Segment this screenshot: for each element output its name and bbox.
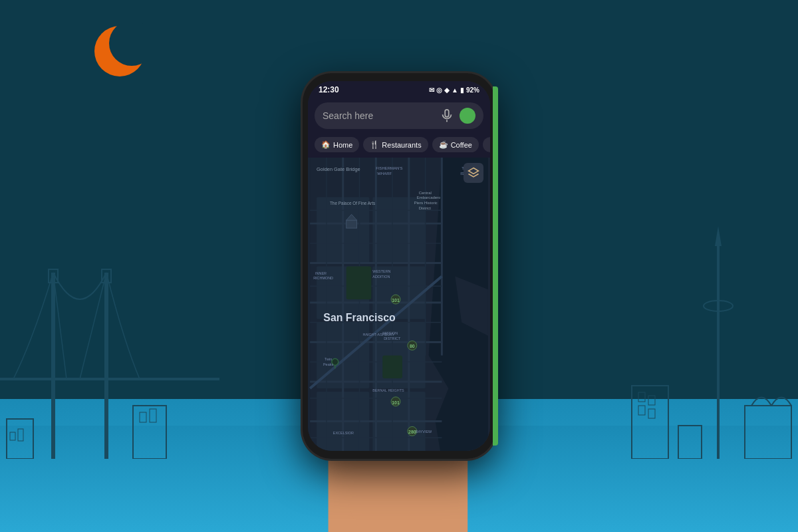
email-status-icon: ✉ xyxy=(429,86,434,94)
search-placeholder: Search here xyxy=(323,110,434,121)
svg-text:FISHERMAN'S: FISHERMAN'S xyxy=(376,166,402,170)
svg-text:DISTRICT: DISTRICT xyxy=(384,336,401,340)
pill-home-label: Home xyxy=(333,141,352,149)
location-status-icon: ◎ xyxy=(436,86,442,94)
status-icons: ✉ ◎ ◆ ▲ ▮ 92% xyxy=(429,86,479,94)
svg-rect-5 xyxy=(7,419,33,459)
search-bar[interactable]: Search here xyxy=(315,102,483,129)
svg-text:MISSION: MISSION xyxy=(382,331,398,335)
svg-text:ADDITION: ADDITION xyxy=(372,275,390,279)
svg-text:San Francisco: San Francisco xyxy=(323,312,396,323)
svg-rect-18 xyxy=(648,396,655,405)
phone-green-edge xyxy=(493,86,498,446)
skyline-right xyxy=(612,219,798,459)
skyline-left xyxy=(0,219,219,459)
svg-text:RICHMOND: RICHMOND xyxy=(313,276,333,280)
vpn-status-icon: ◆ xyxy=(444,86,450,94)
pill-home[interactable]: 🏠 Home xyxy=(315,137,359,152)
svg-text:80: 80 xyxy=(410,344,415,348)
svg-rect-16 xyxy=(632,386,668,459)
svg-rect-22 xyxy=(678,426,702,459)
svg-rect-56 xyxy=(346,267,372,300)
svg-rect-27 xyxy=(372,197,425,263)
phone-body: 12:30 ✉ ◎ ◆ ▲ ▮ 92% Search here xyxy=(303,73,495,459)
status-time: 12:30 xyxy=(319,85,339,94)
svg-rect-21 xyxy=(745,406,791,459)
coffee-pill-icon: ☕ xyxy=(439,140,448,149)
svg-text:EXCELSIOR: EXCELSIOR xyxy=(333,431,354,435)
svg-text:Embarcadero: Embarcadero xyxy=(417,196,441,200)
svg-rect-57 xyxy=(382,355,402,378)
map-area[interactable]: 101 80 101 280 Golden Gate xyxy=(308,158,490,451)
svg-text:WESTERN: WESTERN xyxy=(372,269,390,273)
map-svg: 101 80 101 280 Golden Gate xyxy=(308,158,490,451)
pill-restaurants-label: Restaurants xyxy=(382,141,421,149)
microphone-icon[interactable] xyxy=(440,108,454,123)
pill-coffee-label: Coffee xyxy=(451,141,472,149)
svg-text:101: 101 xyxy=(392,400,400,405)
battery-status-icon: ▮ xyxy=(460,86,464,94)
account-avatar[interactable] xyxy=(460,108,475,124)
phone-screen: 12:30 ✉ ◎ ◆ ▲ ▮ 92% Search here xyxy=(308,81,490,451)
svg-text:WHARF: WHARF xyxy=(377,172,392,176)
svg-rect-19 xyxy=(638,406,645,415)
svg-text:BAYVIEW: BAYVIEW xyxy=(416,430,432,434)
svg-rect-20 xyxy=(648,409,655,418)
svg-text:Twin: Twin xyxy=(325,357,332,361)
pill-bars[interactable]: 🍸 xyxy=(483,137,490,152)
pill-restaurants[interactable]: 🍴 Restaurants xyxy=(363,137,428,152)
svg-text:Golden Gate Bridge: Golden Gate Bridge xyxy=(317,166,360,172)
search-area: Search here xyxy=(308,98,490,133)
svg-text:Peaks: Peaks xyxy=(323,362,333,366)
svg-text:District: District xyxy=(419,206,431,210)
svg-rect-10 xyxy=(150,409,156,422)
svg-rect-7 xyxy=(18,429,23,441)
svg-rect-9 xyxy=(140,412,146,422)
moon-icon xyxy=(86,23,143,80)
svg-text:101: 101 xyxy=(392,298,400,303)
svg-text:BERNAL HEIGHTS: BERNAL HEIGHTS xyxy=(372,388,404,392)
battery-percent: 92% xyxy=(466,86,479,94)
bars-pill-icon: 🍸 xyxy=(489,140,490,149)
svg-text:The Palace Of Fine Arts: The Palace Of Fine Arts xyxy=(330,201,375,205)
svg-marker-92 xyxy=(469,168,479,174)
svg-rect-17 xyxy=(638,392,645,402)
svg-marker-14 xyxy=(715,226,722,246)
svg-text:Piers Historic: Piers Historic xyxy=(414,201,438,205)
restaurants-pill-icon: 🍴 xyxy=(370,140,379,149)
svg-text:Central: Central xyxy=(419,191,432,195)
phone: 12:30 ✉ ◎ ◆ ▲ ▮ 92% Search here xyxy=(303,73,495,459)
svg-text:INNER: INNER xyxy=(315,271,327,275)
pill-coffee[interactable]: ☕ Coffee xyxy=(432,137,479,152)
svg-rect-66 xyxy=(346,220,357,228)
svg-rect-23 xyxy=(445,110,449,117)
status-bar: 12:30 ✉ ◎ ◆ ▲ ▮ 92% xyxy=(308,81,490,98)
layer-button[interactable] xyxy=(464,163,483,183)
signal-status-icon: ▲ xyxy=(452,86,458,94)
svg-rect-6 xyxy=(10,432,15,440)
category-pills: 🏠 Home 🍴 Restaurants ☕ Coffee 🍸 xyxy=(308,133,490,158)
home-pill-icon: 🏠 xyxy=(321,140,331,149)
